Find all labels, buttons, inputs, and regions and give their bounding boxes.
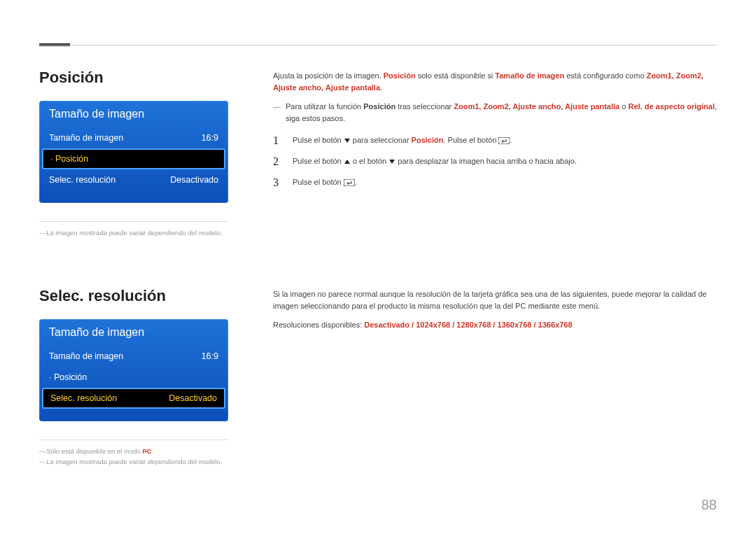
osd-row: Tamaño de imagen 16:9 xyxy=(39,346,228,367)
osd-value: 16:9 xyxy=(202,133,218,143)
osd-menu-posicion: Tamaño de imagen Tamaño de imagen 16:9 P… xyxy=(39,101,228,203)
osd-row: Tamaño de imagen 16:9 xyxy=(39,127,228,148)
osd-value: Desactivado xyxy=(169,393,217,403)
t: Desactivado / 1024x768 / 1280x768 / 1360… xyxy=(364,321,572,329)
t: Para utilizar la función xyxy=(286,102,363,111)
t: tras seleccionar xyxy=(396,102,454,111)
osd-menu-selec-resolucion: Tamaño de imagen Tamaño de imagen 16:9 P… xyxy=(39,319,228,421)
osd-title: Tamaño de imagen xyxy=(39,319,228,346)
t: Pulse el botón xyxy=(293,136,344,144)
svg-marker-2 xyxy=(344,160,350,164)
t: . xyxy=(510,136,512,144)
t: Pulse el botón xyxy=(293,178,344,186)
divider xyxy=(39,221,228,222)
osd-label: Tamaño de imagen xyxy=(49,351,123,361)
osd-label: Selec. resolución xyxy=(49,175,115,185)
t: está configurado como xyxy=(564,71,646,80)
intro-paragraph: Ajusta la posición de la imagen. Posició… xyxy=(273,70,717,94)
step-number: 2 xyxy=(273,155,283,168)
body-paragraph: Si la imagen no parece normal aunque la … xyxy=(273,288,717,312)
t: para desplazar la imagen hacia arriba o … xyxy=(396,157,577,165)
enter-icon xyxy=(344,179,355,186)
osd-row: Posición xyxy=(39,367,228,388)
t: Posición xyxy=(384,71,416,80)
t: Pulse el botón xyxy=(293,157,344,165)
step-1: 1 Pulse el botón para seleccionar Posici… xyxy=(273,134,717,147)
t: Resoluciones disponibles: xyxy=(273,321,364,329)
step-number: 1 xyxy=(273,134,283,147)
resolutions-line: Resoluciones disponibles: Desactivado / … xyxy=(273,319,717,331)
divider xyxy=(39,440,228,440)
osd-row-selected: Selec. resolución Desactivado xyxy=(42,388,225,409)
section-selec-resolucion: Selec. resolución Tamaño de imagen Tamañ… xyxy=(39,287,717,467)
footnote-pc: Sólo está disponible en el modo PC. xyxy=(39,446,235,456)
t: Zoom1, Zoom2, Ajuste ancho, Ajuste panta… xyxy=(454,102,620,111)
steps-list: 1 Pulse el botón para seleccionar Posici… xyxy=(273,134,717,189)
footnote: La imagen mostrada puede variar dependie… xyxy=(39,456,235,467)
t: solo está disponible si xyxy=(416,71,496,80)
svg-marker-3 xyxy=(389,160,395,164)
t: . xyxy=(355,178,357,186)
osd-label: Tamaño de imagen xyxy=(49,133,123,143)
t: Rel. de aspecto original xyxy=(628,102,714,111)
t: Sólo está disponible en el modo xyxy=(46,447,142,455)
step-number: 3 xyxy=(273,176,283,189)
osd-title: Tamaño de imagen xyxy=(39,101,228,127)
step-text: Pulse el botón . xyxy=(293,176,717,188)
step-text: Pulse el botón o el botón para desplazar… xyxy=(293,155,717,167)
t: para seleccionar xyxy=(351,136,412,144)
t: . Pulse el botón xyxy=(443,136,498,144)
down-arrow-icon xyxy=(344,137,351,144)
step-2: 2 Pulse el botón o el botón para desplaz… xyxy=(273,155,717,168)
page-number: 88 xyxy=(701,497,717,513)
svg-rect-4 xyxy=(344,179,355,186)
osd-row: Selec. resolución Desactivado xyxy=(39,169,228,190)
t: o xyxy=(620,102,628,111)
heading-posicion: Posición xyxy=(39,69,235,87)
t: . xyxy=(152,447,154,455)
t: Posición xyxy=(412,136,444,144)
osd-label: Posición xyxy=(49,372,87,382)
svg-marker-0 xyxy=(344,139,350,143)
footnote: La imagen mostrada puede variar dependie… xyxy=(39,227,235,238)
osd-value: 16:9 xyxy=(202,351,218,361)
osd-row-selected: Posición xyxy=(42,148,225,169)
svg-rect-1 xyxy=(498,137,510,144)
t: Tamaño de imagen xyxy=(495,71,564,80)
t: Posición xyxy=(363,102,396,111)
up-arrow-icon xyxy=(344,158,351,165)
step-3: 3 Pulse el botón . xyxy=(273,176,717,189)
rule-line xyxy=(39,45,717,45)
down-arrow-icon xyxy=(388,158,396,165)
t: PC xyxy=(142,447,151,455)
step-text: Pulse el botón para seleccionar Posición… xyxy=(293,134,717,146)
heading-selec-resolucion: Selec. resolución xyxy=(39,287,235,305)
t: o el botón xyxy=(351,157,388,165)
osd-label: Selec. resolución xyxy=(50,393,117,403)
enter-icon xyxy=(498,137,510,144)
osd-label: Posición xyxy=(50,154,88,164)
usage-note: Para utilizar la función Posición tras s… xyxy=(273,101,717,125)
section-posicion: Posición Tamaño de imagen Tamaño de imag… xyxy=(39,69,717,238)
t: . xyxy=(380,83,382,92)
osd-value: Desactivado xyxy=(170,175,218,185)
t: Ajusta la posición de la imagen. xyxy=(273,71,384,80)
